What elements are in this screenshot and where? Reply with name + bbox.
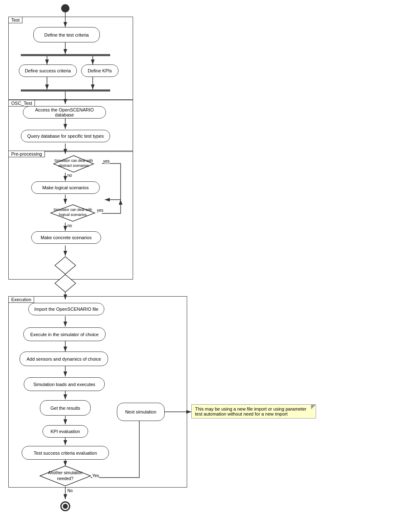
node-access-db: Access the OpenSCENARIO database xyxy=(23,106,106,119)
node-sim-loads: Simulation loads and executes xyxy=(24,377,105,391)
svg-marker-32 xyxy=(55,257,76,274)
join-bar-1 xyxy=(21,89,110,92)
node-make-concrete: Make concrete scenarios xyxy=(31,231,101,244)
frame-test-label: Test xyxy=(8,17,22,23)
start-node xyxy=(61,4,69,12)
merge-diamond-1 xyxy=(54,256,77,276)
node-define-kpis: Define KPIs xyxy=(81,64,119,77)
node-import-osc: Import the OpenSCENARIO file xyxy=(28,303,104,315)
diagram: Test Define the test criteria Define suc… xyxy=(0,0,420,515)
frame-preprocessing-label: Pre-processing xyxy=(8,151,45,157)
svg-text:logical scenarios: logical scenarios xyxy=(59,213,87,217)
svg-text:Simulator can deal with: Simulator can deal with xyxy=(53,208,92,212)
diamond-another-sim: Another simulation needed? xyxy=(40,465,91,488)
diamond-logical: Simulator can deal with logical scenario… xyxy=(50,204,96,223)
diamond-abstract: Simulator can deal with abstract scenari… xyxy=(53,155,94,174)
end-node-inner xyxy=(63,504,68,509)
label-logical-no: no xyxy=(67,223,72,228)
svg-text:Another simulation: Another simulation xyxy=(48,470,83,475)
label-logical-yes: yes xyxy=(97,208,104,213)
node-test-success: Test success criteria evaluation xyxy=(22,446,109,460)
svg-text:needed?: needed? xyxy=(57,476,74,481)
node-get-results: Get the results xyxy=(40,400,91,416)
note-next-sim: This may be using a new file import or u… xyxy=(191,404,316,418)
node-next-sim[interactable]: Next simulation xyxy=(117,403,165,421)
label-abstract-yes: yes xyxy=(103,159,110,163)
frame-osc-test-label: OSC_Test xyxy=(8,100,35,106)
label-another-yes: Yes xyxy=(92,473,99,478)
end-node xyxy=(60,501,70,511)
merge-diamond-2 xyxy=(54,274,77,294)
node-kpi-eval: KPI evaluation xyxy=(42,425,88,438)
svg-marker-33 xyxy=(55,275,76,292)
svg-marker-34 xyxy=(40,466,91,486)
node-make-logical: Make logical scenarios xyxy=(31,181,100,194)
svg-text:abstract scenarios: abstract scenarios xyxy=(58,163,89,168)
node-execute-sim: Execute in the simulator of choice xyxy=(23,327,106,341)
node-add-sensors: Add sensors and dynamics of choice xyxy=(20,352,108,366)
label-another-no: No xyxy=(67,488,73,493)
label-abstract-no: no xyxy=(67,173,72,178)
node-query-db: Query database for specific test types xyxy=(21,130,110,142)
node-define-test: Define the test criteria xyxy=(33,27,100,42)
svg-text:Simulator can deal with: Simulator can deal with xyxy=(54,158,93,163)
node-define-success: Define success criteria xyxy=(19,64,77,77)
frame-execution-label: Execution xyxy=(8,296,34,303)
fork-bar-1 xyxy=(21,54,110,56)
